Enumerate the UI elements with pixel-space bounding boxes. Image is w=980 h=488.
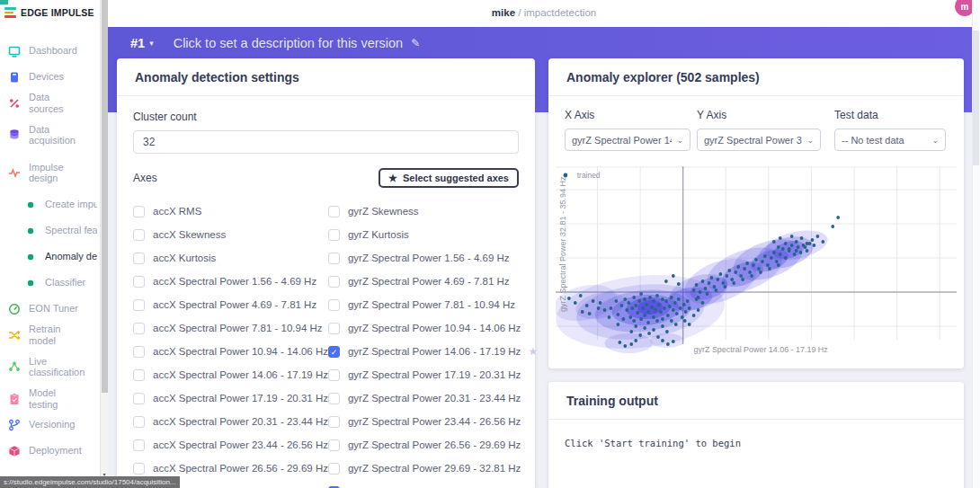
checkbox-gyrz-spectral-power-10-94-14-06-hz[interactable]: [328, 323, 340, 334]
sidebar-item-classifier[interactable]: Classifier: [0, 270, 108, 296]
eon-tuner-icon: [8, 303, 21, 315]
sidebar-item-deployment[interactable]: Deployment: [0, 438, 108, 464]
checkbox-gyrz-spectral-power-14-06-17-19-hz[interactable]: ✓: [328, 346, 340, 358]
version-description[interactable]: Click to set a description for this vers…: [174, 36, 403, 50]
sidebar-item-label: Anomaly detection: [45, 251, 97, 262]
test-data-select[interactable]: -- No test data ⌄: [834, 129, 946, 151]
checkbox-gyrz-skewness[interactable]: [328, 206, 340, 217]
checkbox-gyrz-spectral-power-17-19-20-31-hz[interactable]: [328, 369, 340, 381]
axis-row: gyrZ Spectral Power 10.94 - 14.06 Hz: [328, 316, 538, 340]
axis-row: accX Spectral Power 1.56 - 4.69 Hz: [133, 270, 328, 293]
sidebar-item-label: Retrain model: [29, 324, 86, 346]
axis-label: accX Spectral Power 14.06 - 17.19 Hz: [153, 369, 328, 380]
chevron-down-icon: ⌄: [676, 136, 683, 145]
svg-text:gyrZ Spectral Power 14.06 - 17: gyrZ Spectral Power 14.06 - 17.19 Hz: [694, 345, 829, 354]
svg-text:gyrZ Spectral Power 32.81 - 35: gyrZ Spectral Power 32.81 - 35.94 Hz: [558, 176, 567, 312]
sidebar-item-data-acquisition[interactable]: Data acquisition: [0, 116, 108, 154]
select-suggested-axes-label: Select suggested axes: [403, 173, 509, 183]
breadcrumb-user[interactable]: mike: [492, 7, 515, 18]
x-axis-label: X Axis: [565, 109, 690, 121]
axis-label: accX Spectral Power 23.44 - 26.56 Hz: [153, 439, 328, 450]
sidebar-item-versioning[interactable]: Versioning: [0, 412, 108, 438]
axis-label: accX Spectral Power 1.56 - 4.69 Hz: [153, 276, 316, 287]
sidebar-scrollbar[interactable]: ▾: [100, 0, 108, 488]
axis-row: gyrZ Spectral Power 26.56 - 29.69 Hz: [328, 433, 538, 457]
checkbox-gyrz-spectral-power-26-56-29-69-hz[interactable]: [328, 439, 340, 451]
y-axis-label: Y Axis: [697, 109, 821, 121]
sidebar-item-dashboard[interactable]: Dashboard: [0, 38, 108, 64]
checkbox-accx-spectral-power-17-19-20-31-hz[interactable]: [133, 393, 145, 404]
checkbox-gyrz-spectral-power-7-81-10-94-hz[interactable]: [328, 299, 340, 311]
axis-row: gyrZ Spectral Power 23.44 - 26.56 Hz: [328, 410, 538, 433]
checkbox-gyrz-spectral-power-29-69-32-81-hz[interactable]: [328, 463, 340, 475]
retrain-model-icon: [8, 329, 21, 342]
axis-label: gyrZ Spectral Power 23.44 - 26.56 Hz: [348, 416, 521, 427]
sidebar-item-eon-tuner[interactable]: EON Tuner: [0, 296, 108, 322]
axis-row: accX Spectral Power 20.31 - 23.44 Hz: [133, 410, 328, 433]
edit-icon[interactable]: ✎: [411, 37, 420, 49]
sidebar-item-data-sources[interactable]: Data sources: [0, 90, 108, 116]
page-scrollbar[interactable]: [972, 0, 980, 488]
bullet-icon: [24, 277, 37, 289]
checkbox-accx-skewness[interactable]: [133, 229, 145, 241]
page-scrollbar-thumb[interactable]: [973, 31, 979, 165]
axis-row: accX Spectral Power 10.94 - 14.06 Hz: [133, 340, 328, 363]
sidebar-item-devices[interactable]: Devices: [0, 64, 108, 90]
sidebar-scrollbar-thumb[interactable]: [102, 0, 108, 393]
axis-label: gyrZ Spectral Power 17.19 - 20.31 Hz: [348, 369, 521, 380]
sidebar-item-retrain-model[interactable]: Retrain model: [0, 322, 108, 348]
test-data-value: -- No test data: [842, 135, 904, 146]
checkbox-accx-spectral-power-7-81-10-94-hz[interactable]: [133, 323, 145, 334]
sidebar-item-live-classification[interactable]: Live classification: [0, 348, 108, 386]
y-axis-select[interactable]: gyrZ Spectral Power 32.81 - 35.94 Hz ⌄: [697, 129, 821, 151]
axis-row: ✓gyrZ Spectral Power 14.06 - 17.19 Hz★: [328, 340, 538, 363]
sidebar-item-model-testing[interactable]: Model testing: [0, 386, 108, 412]
sidebar-item-anomaly-detection[interactable]: Anomaly detection: [0, 244, 108, 270]
checkbox-accx-spectral-power-4-69-7-81-hz[interactable]: [133, 299, 145, 311]
checkbox-accx-spectral-power-20-31-23-44-hz[interactable]: [133, 416, 145, 428]
sidebar-item-impulse-design[interactable]: Impulse design: [0, 154, 108, 191]
checkbox-accx-spectral-power-23-44-26-56-hz[interactable]: [133, 439, 145, 451]
sidebar-item-label: Classifier: [45, 277, 97, 288]
axis-label: gyrZ Spectral Power 26.56 - 29.69 Hz: [348, 439, 521, 450]
anomaly-scatter-chart[interactable]: trainedgyrZ Spectral Power 32.81 - 35.94…: [556, 166, 957, 360]
axis-label: gyrZ Spectral Power 4.69 - 7.81 Hz: [348, 276, 510, 287]
checkbox-gyrz-kurtosis[interactable]: [328, 229, 340, 241]
axis-label: accX Spectral Power 10.94 - 14.06 Hz: [153, 346, 328, 357]
version-selector[interactable]: #1: [130, 36, 145, 50]
checkbox-accx-spectral-power-26-56-29-69-hz[interactable]: [133, 463, 145, 475]
chevron-down-icon[interactable]: ▾: [149, 39, 154, 48]
axis-row: gyrZ Spectral Power 17.19 - 20.31 Hz: [328, 363, 538, 386]
breadcrumb: mike / impactdetection: [492, 7, 596, 18]
sidebar-item-label: Create impulse: [45, 199, 97, 210]
axis-label: gyrZ Skewness: [348, 206, 419, 217]
checkbox-gyrz-spectral-power-4-69-7-81-hz[interactable]: [328, 276, 340, 288]
breadcrumb-project[interactable]: impactdetection: [524, 7, 597, 18]
x-axis-value: gyrZ Spectral Power 14.06 - 17.19 Hz: [572, 135, 672, 146]
deployment-icon: [8, 445, 21, 457]
checkbox-accx-kurtosis[interactable]: [133, 253, 145, 264]
explorer-card-title: Anomaly explorer (502 samples): [548, 58, 964, 96]
sidebar-item-label: Data acquisition: [29, 124, 86, 146]
checkbox-gyrz-spectral-power-1-56-4-69-hz[interactable]: [328, 253, 340, 264]
sidebar-item-create-impulse[interactable]: Create impulse: [0, 191, 108, 217]
star-icon: ★: [528, 345, 538, 358]
checkbox-gyrz-spectral-power-23-44-26-56-hz[interactable]: [328, 416, 340, 428]
sidebar-item-label: Dashboard: [29, 45, 86, 57]
anomaly-settings-card: Anomaly detection settings Cluster count…: [117, 58, 535, 488]
edge-impulse-logo[interactable]: EDGE IMPULSE: [0, 0, 108, 18]
x-axis-select[interactable]: gyrZ Spectral Power 14.06 - 17.19 Hz ⌄: [565, 129, 690, 151]
axis-label: accX RMS: [153, 206, 201, 217]
axes-checkbox-list: accX RMSgyrZ SkewnessaccX SkewnessgyrZ K…: [133, 200, 519, 488]
checkbox-gyrz-spectral-power-20-31-23-44-hz[interactable]: [328, 393, 340, 404]
sidebar-item-spectral-features[interactable]: Spectral features: [0, 217, 108, 244]
cluster-count-input[interactable]: [133, 130, 519, 154]
select-suggested-axes-button[interactable]: ★ Select suggested axes: [379, 168, 519, 188]
axis-row: gyrZ Spectral Power 20.31 - 23.44 Hz: [328, 386, 538, 410]
checkbox-accx-spectral-power-10-94-14-06-hz[interactable]: [133, 346, 145, 358]
checkbox-accx-spectral-power-1-56-4-69-hz[interactable]: [133, 276, 145, 288]
axis-row: gyrZ Spectral Power 7.81 - 10.94 Hz: [328, 293, 538, 316]
axis-label: accX Spectral Power 20.31 - 23.44 Hz: [153, 416, 328, 427]
checkbox-accx-rms[interactable]: [133, 206, 145, 217]
checkbox-accx-spectral-power-14-06-17-19-hz[interactable]: [133, 369, 145, 381]
